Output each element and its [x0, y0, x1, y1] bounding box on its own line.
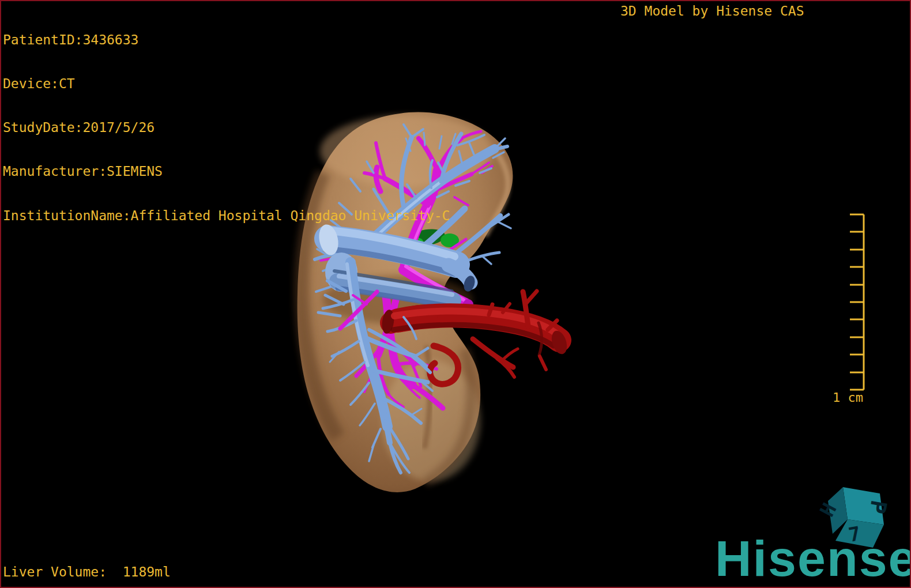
cas-3d-viewer-window: { "overlay": { "patient_info": { "lines"… — [0, 0, 911, 588]
viewport-frame-border — [0, 0, 911, 588]
